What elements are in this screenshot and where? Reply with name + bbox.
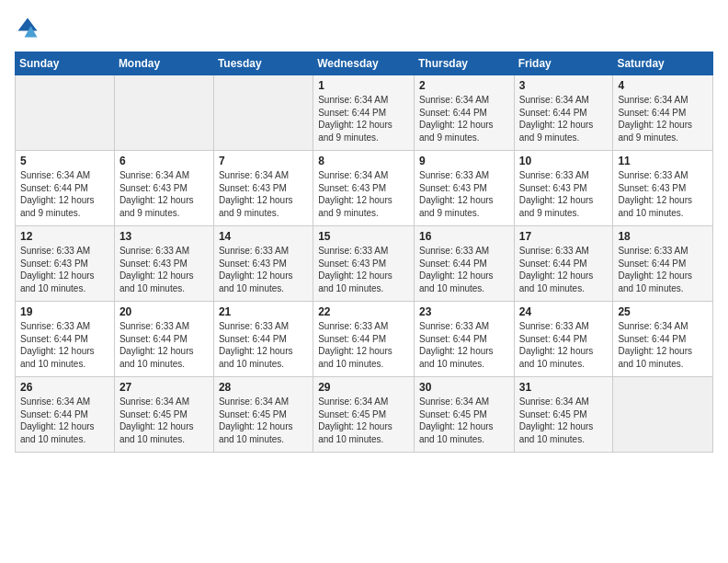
cell-info: Sunrise: 6:34 AM Sunset: 6:44 PM Dayligh… [20,396,109,445]
day-number: 17 [519,230,609,243]
day-number: 5 [20,155,109,167]
day-number: 4 [618,79,708,92]
cell-info: Sunrise: 6:33 AM Sunset: 6:43 PM Dayligh… [119,245,209,294]
header-row: SundayMondayTuesdayWednesdayThursdayFrid… [16,52,713,75]
day-number: 14 [219,230,308,243]
day-number: 12 [20,230,109,243]
col-header-sunday: Sunday [16,52,115,75]
calendar-cell: 2Sunrise: 6:34 AM Sunset: 6:44 PM Daylig… [414,75,514,151]
cell-info: Sunrise: 6:33 AM Sunset: 6:43 PM Dayligh… [219,245,308,294]
cell-info: Sunrise: 6:33 AM Sunset: 6:44 PM Dayligh… [618,245,708,294]
cell-info: Sunrise: 6:34 AM Sunset: 6:45 PM Dayligh… [318,396,409,445]
day-number: 22 [318,305,409,318]
day-number: 23 [419,305,509,318]
calendar-cell: 25Sunrise: 6:34 AM Sunset: 6:44 PM Dayli… [613,302,713,377]
calendar-cell: 5Sunrise: 6:34 AM Sunset: 6:44 PM Daylig… [16,151,115,226]
cell-info: Sunrise: 6:34 AM Sunset: 6:44 PM Dayligh… [419,94,509,144]
calendar-cell: 14Sunrise: 6:33 AM Sunset: 6:43 PM Dayli… [213,226,313,302]
calendar-cell: 1Sunrise: 6:34 AM Sunset: 6:44 PM Daylig… [313,75,415,151]
day-number: 10 [519,155,609,167]
day-number: 20 [119,305,209,318]
day-number: 24 [519,305,609,318]
calendar-cell: 21Sunrise: 6:33 AM Sunset: 6:44 PM Dayli… [213,302,313,377]
calendar-cell [16,75,115,151]
cell-info: Sunrise: 6:34 AM Sunset: 6:44 PM Dayligh… [618,320,708,370]
day-number: 8 [318,155,409,167]
col-header-monday: Monday [114,52,213,75]
calendar-cell: 19Sunrise: 6:33 AM Sunset: 6:44 PM Dayli… [16,302,115,377]
calendar-cell: 13Sunrise: 6:33 AM Sunset: 6:43 PM Dayli… [114,226,213,302]
cell-info: Sunrise: 6:33 AM Sunset: 6:43 PM Dayligh… [618,169,708,219]
day-number: 6 [119,155,209,167]
cell-info: Sunrise: 6:33 AM Sunset: 6:44 PM Dayligh… [119,320,209,370]
cell-info: Sunrise: 6:34 AM Sunset: 6:44 PM Dayligh… [20,169,109,219]
day-number: 29 [318,381,409,394]
calendar-cell [114,75,213,151]
svg-marker-0 [18,18,38,31]
day-number: 26 [20,381,109,394]
week-row-4: 19Sunrise: 6:33 AM Sunset: 6:44 PM Dayli… [16,302,713,377]
day-number: 18 [618,230,708,243]
cell-info: Sunrise: 6:33 AM Sunset: 6:44 PM Dayligh… [318,320,409,370]
cell-info: Sunrise: 6:34 AM Sunset: 6:43 PM Dayligh… [119,169,209,219]
cell-info: Sunrise: 6:33 AM Sunset: 6:44 PM Dayligh… [419,320,509,370]
day-number: 3 [519,79,609,92]
calendar-cell: 29Sunrise: 6:34 AM Sunset: 6:45 PM Dayli… [313,377,415,453]
calendar-cell: 22Sunrise: 6:33 AM Sunset: 6:44 PM Dayli… [313,302,415,377]
logo-icon [15,15,40,40]
day-number: 31 [519,381,609,394]
day-number: 19 [20,305,109,318]
cell-info: Sunrise: 6:33 AM Sunset: 6:43 PM Dayligh… [419,169,509,219]
week-row-2: 5Sunrise: 6:34 AM Sunset: 6:44 PM Daylig… [16,151,713,226]
calendar-cell: 31Sunrise: 6:34 AM Sunset: 6:45 PM Dayli… [514,377,613,453]
calendar-cell: 27Sunrise: 6:34 AM Sunset: 6:45 PM Dayli… [114,377,213,453]
cell-info: Sunrise: 6:34 AM Sunset: 6:44 PM Dayligh… [519,94,609,144]
week-row-3: 12Sunrise: 6:33 AM Sunset: 6:43 PM Dayli… [16,226,713,302]
calendar-cell: 8Sunrise: 6:34 AM Sunset: 6:43 PM Daylig… [313,151,415,226]
cell-info: Sunrise: 6:33 AM Sunset: 6:43 PM Dayligh… [318,245,409,294]
calendar-cell: 26Sunrise: 6:34 AM Sunset: 6:44 PM Dayli… [16,377,115,453]
calendar-cell [213,75,313,151]
cell-info: Sunrise: 6:33 AM Sunset: 6:44 PM Dayligh… [219,320,308,370]
cell-info: Sunrise: 6:34 AM Sunset: 6:45 PM Dayligh… [519,396,609,445]
day-number: 13 [119,230,209,243]
page-header [15,15,713,40]
calendar-cell: 17Sunrise: 6:33 AM Sunset: 6:44 PM Dayli… [514,226,613,302]
calendar-cell: 20Sunrise: 6:33 AM Sunset: 6:44 PM Dayli… [114,302,213,377]
cell-info: Sunrise: 6:34 AM Sunset: 6:44 PM Dayligh… [318,94,409,144]
day-number: 27 [119,381,209,394]
cell-info: Sunrise: 6:34 AM Sunset: 6:43 PM Dayligh… [318,169,409,219]
cell-info: Sunrise: 6:34 AM Sunset: 6:43 PM Dayligh… [219,169,308,219]
day-number: 9 [419,155,509,167]
cell-info: Sunrise: 6:34 AM Sunset: 6:45 PM Dayligh… [419,396,509,445]
cell-info: Sunrise: 6:34 AM Sunset: 6:44 PM Dayligh… [618,94,708,144]
calendar-cell: 18Sunrise: 6:33 AM Sunset: 6:44 PM Dayli… [613,226,713,302]
col-header-tuesday: Tuesday [213,52,313,75]
calendar-cell: 28Sunrise: 6:34 AM Sunset: 6:45 PM Dayli… [213,377,313,453]
cell-info: Sunrise: 6:34 AM Sunset: 6:45 PM Dayligh… [219,396,308,445]
col-header-thursday: Thursday [414,52,514,75]
calendar-cell [613,377,713,453]
col-header-wednesday: Wednesday [313,52,415,75]
week-row-5: 26Sunrise: 6:34 AM Sunset: 6:44 PM Dayli… [16,377,713,453]
calendar-cell: 15Sunrise: 6:33 AM Sunset: 6:43 PM Dayli… [313,226,415,302]
calendar-cell: 7Sunrise: 6:34 AM Sunset: 6:43 PM Daylig… [213,151,313,226]
cell-info: Sunrise: 6:33 AM Sunset: 6:44 PM Dayligh… [20,320,109,370]
calendar-cell: 10Sunrise: 6:33 AM Sunset: 6:43 PM Dayli… [514,151,613,226]
calendar-cell: 3Sunrise: 6:34 AM Sunset: 6:44 PM Daylig… [514,75,613,151]
col-header-saturday: Saturday [613,52,713,75]
cell-info: Sunrise: 6:34 AM Sunset: 6:45 PM Dayligh… [119,396,209,445]
day-number: 28 [219,381,308,394]
cell-info: Sunrise: 6:33 AM Sunset: 6:43 PM Dayligh… [20,245,109,294]
calendar-cell: 4Sunrise: 6:34 AM Sunset: 6:44 PM Daylig… [613,75,713,151]
day-number: 1 [318,79,409,92]
calendar-cell: 12Sunrise: 6:33 AM Sunset: 6:43 PM Dayli… [16,226,115,302]
day-number: 15 [318,230,409,243]
day-number: 16 [419,230,509,243]
cell-info: Sunrise: 6:33 AM Sunset: 6:44 PM Dayligh… [519,320,609,370]
calendar-cell: 24Sunrise: 6:33 AM Sunset: 6:44 PM Dayli… [514,302,613,377]
calendar-cell: 30Sunrise: 6:34 AM Sunset: 6:45 PM Dayli… [414,377,514,453]
calendar-table: SundayMondayTuesdayWednesdayThursdayFrid… [15,52,713,453]
day-number: 21 [219,305,308,318]
calendar-cell: 23Sunrise: 6:33 AM Sunset: 6:44 PM Dayli… [414,302,514,377]
